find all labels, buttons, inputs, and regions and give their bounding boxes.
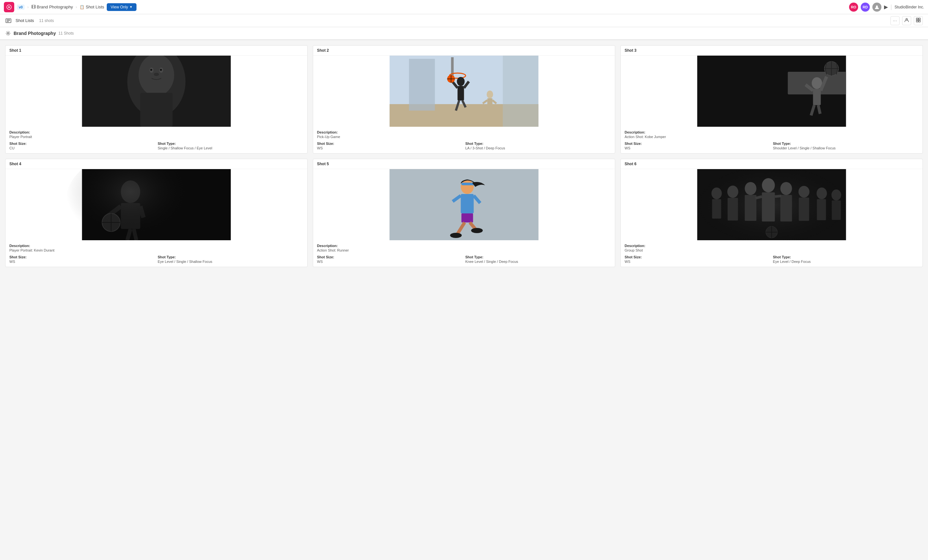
shot-card-5[interactable]: Shot 5 Description: Ac bbox=[313, 159, 615, 267]
shot-header-1: Shot 1 bbox=[6, 46, 307, 56]
shot-info-3: Description: Action Shot: Kobe Jumper Sh… bbox=[621, 127, 922, 153]
svg-marker-1 bbox=[8, 6, 10, 8]
svg-point-77 bbox=[711, 187, 722, 199]
svg-rect-80 bbox=[728, 198, 738, 221]
description-value-4: Player Portrait: Kevin Durant bbox=[9, 248, 54, 252]
nav-right-section: RO RD ▶ | StudioBinder Inc. bbox=[849, 3, 924, 12]
svg-point-87 bbox=[798, 186, 810, 198]
svg-point-34 bbox=[487, 91, 493, 98]
svg-rect-44 bbox=[813, 89, 821, 105]
svg-rect-29 bbox=[458, 86, 464, 100]
breadcrumb-item-photography[interactable]: 🎞 Brand Photography bbox=[31, 5, 73, 9]
shot-type-value-6: Eye Level / Deep Focus bbox=[773, 260, 919, 263]
shot-header-6: Shot 6 bbox=[621, 159, 922, 169]
description-value-3: Action Shot: Kobe Jumper bbox=[624, 135, 666, 139]
svg-rect-78 bbox=[712, 199, 721, 219]
shot-type-value-2: LA / 3-Shot / Deep Focus bbox=[466, 146, 611, 150]
studio-brand-label: StudioBinder Inc. bbox=[895, 5, 924, 9]
description-value-6: Group Shot bbox=[624, 248, 643, 252]
svg-point-73 bbox=[471, 228, 483, 233]
person-icon bbox=[904, 18, 909, 23]
svg-rect-21 bbox=[140, 93, 173, 127]
shot-type-label-3: Shot Type: bbox=[773, 142, 919, 146]
svg-point-72 bbox=[450, 233, 462, 238]
grid-view-button[interactable] bbox=[914, 16, 923, 25]
svg-point-89 bbox=[817, 187, 827, 199]
more-options-button[interactable]: ··· bbox=[890, 16, 899, 25]
shot-info-1: Description: Player Portrait Shot Size: … bbox=[6, 127, 307, 153]
svg-point-83 bbox=[762, 178, 775, 192]
svg-point-91 bbox=[832, 189, 841, 201]
nav-divider: | bbox=[890, 3, 892, 10]
top-navigation: v0 › 🎞 Brand Photography › 📋 Shot Lists … bbox=[0, 0, 928, 14]
shot-card-6[interactable]: Shot 6 bbox=[620, 159, 923, 267]
shot-header-4: Shot 4 bbox=[6, 159, 307, 169]
shot-size-label-6: Shot Size: bbox=[624, 255, 771, 259]
svg-point-28 bbox=[457, 77, 465, 86]
shot-image-2 bbox=[313, 56, 615, 127]
breadcrumb-sep-2: › bbox=[76, 5, 77, 9]
shot-size-value-2: WS bbox=[317, 146, 463, 150]
grid-icon bbox=[916, 18, 920, 23]
avatar-ro[interactable]: RO bbox=[849, 3, 858, 12]
shot-size-label-1: Shot Size: bbox=[9, 142, 155, 146]
svg-line-96 bbox=[756, 196, 762, 198]
section-header: Brand Photography 11 Shots bbox=[0, 27, 928, 40]
svg-point-62 bbox=[66, 169, 195, 240]
shot-size-label-4: Shot Size: bbox=[9, 255, 155, 259]
shot-type-label-5: Shot Type: bbox=[466, 255, 611, 259]
description-value-2: Pick-Up Game bbox=[317, 135, 340, 139]
svg-rect-86 bbox=[780, 195, 792, 221]
avatar-rd[interactable]: RD bbox=[861, 3, 870, 12]
description-value-1: Player Portrait bbox=[9, 135, 32, 139]
shot-info-2: Description: Pick-Up Game Shot Size: WS … bbox=[313, 127, 615, 153]
shot-type-label-6: Shot Type: bbox=[773, 255, 919, 259]
app-logo[interactable] bbox=[4, 2, 14, 12]
svg-point-12 bbox=[8, 33, 9, 34]
shot-type-label-1: Shot Type: bbox=[158, 142, 304, 146]
breadcrumb-item-shotlists[interactable]: 📋 Shot Lists bbox=[79, 5, 104, 9]
shotlist-sub-icon bbox=[5, 18, 12, 23]
svg-point-20 bbox=[154, 73, 159, 76]
shot-type-label-4: Shot Type: bbox=[158, 255, 304, 259]
svg-rect-92 bbox=[832, 201, 841, 220]
avatar-anon[interactable] bbox=[872, 3, 881, 12]
breadcrumb: v0 › 🎞 Brand Photography › 📋 Shot Lists bbox=[17, 5, 104, 10]
shotlists-nav-label: Shot Lists bbox=[15, 18, 34, 23]
dropdown-arrow-icon: ▼ bbox=[130, 5, 133, 9]
shot-info-5: Description: Action Shot: Runner Shot Si… bbox=[313, 240, 615, 267]
shot-card-1[interactable]: Shot 1 Description: Player Portrait Shot… bbox=[5, 45, 308, 154]
shot-info-6: Description: Group Shot Shot Size: WS Sh… bbox=[621, 240, 922, 267]
shot-type-label-2: Shot Type: bbox=[466, 142, 611, 146]
shot-size-value-4: WS bbox=[9, 260, 155, 263]
section-title: Brand Photography bbox=[14, 31, 56, 36]
shotlist-nav-icon: 📋 bbox=[79, 5, 84, 9]
svg-rect-66 bbox=[461, 194, 474, 213]
svg-rect-69 bbox=[462, 213, 473, 222]
svg-rect-82 bbox=[745, 195, 757, 221]
film-icon: 🎞 bbox=[31, 5, 35, 9]
shot-type-value-4: Eye Level / Single / Shallow Focus bbox=[158, 260, 304, 263]
description-label-2: Description: bbox=[317, 130, 338, 134]
shots-grid: Shot 1 Description: Player Portrait Shot… bbox=[0, 40, 928, 272]
shot-header-2: Shot 2 bbox=[313, 46, 615, 56]
shot-card-3[interactable]: Shot 3 Description: Action Shot: Kobe Ju… bbox=[620, 45, 923, 154]
svg-point-18 bbox=[150, 69, 153, 71]
play-icon[interactable]: ▶ bbox=[884, 4, 888, 10]
shot-card-2[interactable]: Shot 2 Description: Pick-Up bbox=[313, 45, 615, 154]
shot-size-label-5: Shot Size: bbox=[317, 255, 463, 259]
more-icon: ··· bbox=[893, 18, 897, 23]
svg-rect-25 bbox=[409, 59, 435, 111]
svg-point-85 bbox=[780, 182, 792, 195]
sub-nav-actions: ··· bbox=[890, 16, 923, 25]
description-value-5: Action Shot: Runner bbox=[317, 248, 349, 252]
svg-rect-10 bbox=[916, 20, 918, 22]
sub-navigation: Shot Lists 11 shots ··· bbox=[0, 14, 928, 27]
description-label-5: Description: bbox=[317, 244, 338, 248]
shot-type-value-1: Single / Shallow Focus / Eye Level bbox=[158, 146, 304, 150]
breadcrumb-sep-1: › bbox=[27, 5, 29, 9]
person-button[interactable] bbox=[902, 16, 911, 25]
description-label-4: Description: bbox=[9, 244, 30, 248]
view-only-button[interactable]: View Only ▼ bbox=[107, 3, 136, 11]
shot-card-4[interactable]: Shot 4 Description: Player Portrait: Kev… bbox=[5, 159, 308, 267]
